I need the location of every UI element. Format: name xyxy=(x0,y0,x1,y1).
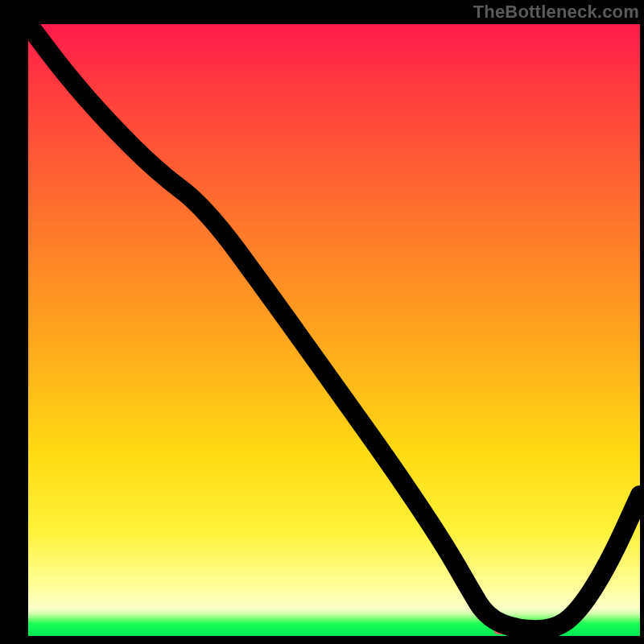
chart-container: TheBottleneck.com xyxy=(0,0,644,644)
watermark-text: TheBottleneck.com xyxy=(473,2,639,23)
bottleneck-curve xyxy=(28,24,640,636)
plot-area xyxy=(24,24,640,640)
